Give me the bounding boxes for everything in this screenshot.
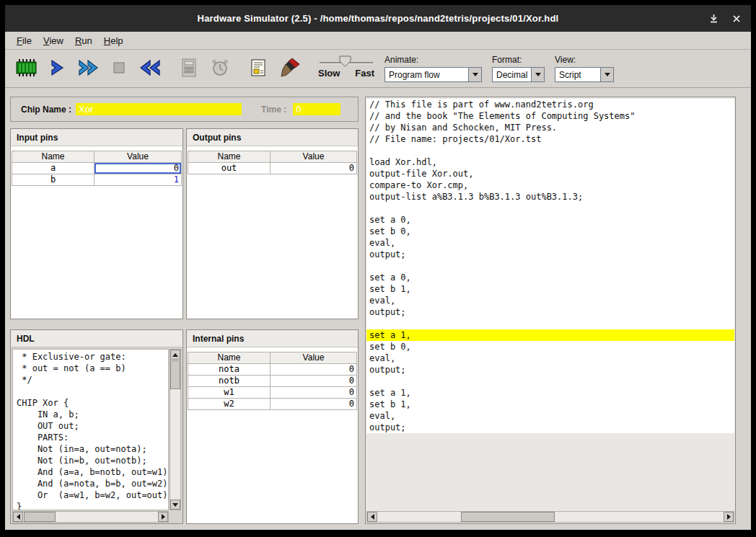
script-line[interactable]: output; xyxy=(366,364,734,376)
script-line[interactable]: eval, xyxy=(366,295,734,306)
script-line[interactable]: output; xyxy=(366,422,734,433)
scroll-left-button[interactable] xyxy=(367,512,377,522)
script-line[interactable]: output-file Xor.out, xyxy=(366,168,734,179)
stop-icon xyxy=(110,58,128,79)
pin-value[interactable]: 0 xyxy=(271,399,357,410)
scrollbar-thumb[interactable] xyxy=(24,512,56,522)
menu-file[interactable]: File xyxy=(11,33,38,48)
minimize-button[interactable] xyxy=(708,13,719,25)
format-group: Format: Decimal xyxy=(492,55,545,82)
script-line-current[interactable]: set a 1, xyxy=(366,329,734,341)
script-line[interactable]: output; xyxy=(366,249,734,260)
pin-name: notb xyxy=(188,376,271,387)
script-line[interactable] xyxy=(366,203,734,214)
menu-help[interactable]: Help xyxy=(98,33,129,48)
titlebar-controls xyxy=(708,5,742,32)
scroll-up-button[interactable] xyxy=(170,350,180,360)
script-line[interactable]: eval, xyxy=(366,352,734,364)
hdl-body: * Exclusive-or gate: * out = not (a == b… xyxy=(12,348,182,523)
pin-value[interactable]: 1 xyxy=(94,174,182,186)
script-lines: // This file is part of www.nand2tetris.… xyxy=(366,98,734,510)
calculator-icon xyxy=(180,58,198,80)
script-line[interactable]: output-list a%B3.1.3 b%B3.1.3 out%B3.1.3… xyxy=(366,191,734,203)
pin-value[interactable]: 0 xyxy=(271,387,357,399)
view-value: Script xyxy=(555,68,600,81)
value-column-header: Value xyxy=(94,151,182,163)
script-line[interactable]: set a 1, xyxy=(366,387,734,399)
table-header: Name Value xyxy=(188,352,357,364)
script-line[interactable]: eval, xyxy=(366,410,734,422)
pin-name: w2 xyxy=(188,399,271,410)
script-line[interactable]: set b 0, xyxy=(366,226,734,237)
script-line[interactable] xyxy=(366,145,734,156)
clear-button[interactable] xyxy=(276,53,304,84)
clock-icon xyxy=(210,58,230,80)
scrollbar-thumb[interactable] xyxy=(170,360,180,389)
name-column-header: Name xyxy=(188,352,271,364)
close-icon xyxy=(732,14,741,23)
pin-value[interactable]: 0 xyxy=(271,364,357,376)
script-line[interactable]: set b 1, xyxy=(366,399,734,410)
pin-value[interactable]: 0 xyxy=(271,163,357,174)
scroll-down-button[interactable] xyxy=(170,500,180,510)
chevron-down-icon[interactable] xyxy=(531,68,544,81)
calculator-button xyxy=(175,53,203,84)
hdl-horizontal-scrollbar[interactable] xyxy=(12,511,169,523)
script-line[interactable]: // File name: projects/01/Xor.tst xyxy=(366,133,734,145)
script-line[interactable]: output; xyxy=(366,306,734,318)
animate-value: Program flow xyxy=(385,68,468,81)
window-title: Hardware Simulator (2.5) - /home/thomas/… xyxy=(5,13,751,24)
pin-row-nota: nota0 xyxy=(188,364,357,376)
script-line[interactable]: // by Nisan and Schocken, MIT Press. xyxy=(366,122,734,133)
script-line[interactable]: set b 0, xyxy=(366,341,734,352)
hdl-vertical-scrollbar[interactable] xyxy=(170,349,181,510)
script-line[interactable]: // and the book "The Elements of Computi… xyxy=(366,110,734,122)
speed-slider[interactable]: Slow Fast xyxy=(318,55,374,82)
chevron-down-icon[interactable] xyxy=(600,68,613,81)
script-line[interactable] xyxy=(366,318,734,329)
slider-thumb[interactable] xyxy=(339,56,351,70)
single-step-button[interactable] xyxy=(43,53,71,84)
clock-button xyxy=(206,53,234,84)
view-hdl-button[interactable] xyxy=(245,53,273,84)
script-line[interactable] xyxy=(366,260,734,272)
close-button[interactable] xyxy=(731,13,742,25)
animate-select[interactable]: Program flow xyxy=(384,67,482,82)
title-bar[interactable]: Hardware Simulator (2.5) - /home/thomas/… xyxy=(5,5,751,32)
script-line[interactable]: eval, xyxy=(366,237,734,249)
pin-name: nota xyxy=(188,364,271,376)
script-line[interactable]: set b 1, xyxy=(366,283,734,295)
scroll-right-button[interactable] xyxy=(158,512,168,522)
view-select[interactable]: Script xyxy=(555,67,614,82)
load-chip-button[interactable] xyxy=(12,53,40,84)
toolbar: Slow Fast Animate: Program flow Format: … xyxy=(5,50,751,88)
script-line[interactable]: // This file is part of www.nand2tetris.… xyxy=(366,99,734,110)
script-line[interactable]: load Xor.hdl, xyxy=(366,156,734,168)
format-select[interactable]: Decimal xyxy=(492,67,545,82)
step-forward-icon xyxy=(48,58,66,79)
chip-name-field: Xor xyxy=(76,103,242,115)
animate-label: Animate: xyxy=(384,55,482,65)
hdl-code[interactable]: * Exclusive-or gate: * out = not (a == b… xyxy=(12,349,169,510)
format-label: Format: xyxy=(492,55,545,65)
rewind-icon xyxy=(139,58,161,79)
script-horizontal-scrollbar[interactable] xyxy=(366,511,734,523)
pin-name: out xyxy=(188,163,271,174)
fast-forward-icon xyxy=(77,58,99,79)
script-line[interactable]: set a 0, xyxy=(366,272,734,283)
script-line[interactable]: compare-to Xor.cmp, xyxy=(366,179,734,191)
run-button[interactable] xyxy=(74,53,102,84)
scroll-right-button[interactable] xyxy=(724,512,734,522)
script-line[interactable] xyxy=(366,376,734,387)
menu-run[interactable]: Run xyxy=(69,33,98,48)
reset-button[interactable] xyxy=(136,53,164,84)
pin-value[interactable]: 0 xyxy=(271,376,357,387)
scrollbar-thumb[interactable] xyxy=(461,512,555,522)
menu-view[interactable]: View xyxy=(38,33,69,48)
pin-value[interactable]: 0 xyxy=(94,163,182,174)
script-line[interactable]: set a 0, xyxy=(366,214,734,226)
menu-bar: FileViewRunHelp xyxy=(5,32,751,50)
scroll-left-button[interactable] xyxy=(13,512,23,522)
slider-fast-label: Fast xyxy=(355,68,374,79)
chevron-down-icon[interactable] xyxy=(468,68,481,81)
